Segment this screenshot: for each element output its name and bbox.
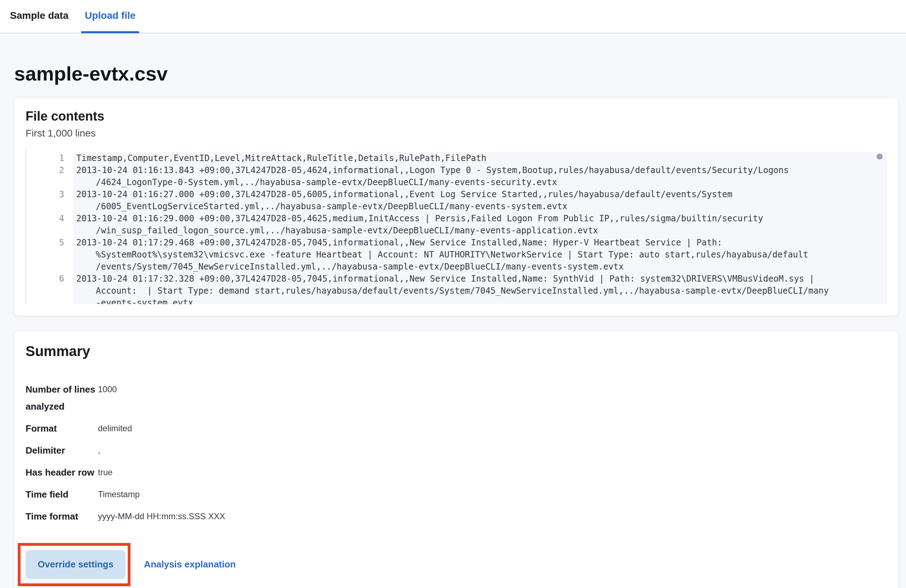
line-number: 5 bbox=[26, 237, 73, 249]
line-number bbox=[26, 297, 73, 304]
code-text: %SystemRoot%\system32\vmicsvc.exe -featu… bbox=[73, 249, 887, 261]
top-tab-bar: Sample data Upload file bbox=[0, 0, 906, 33]
code-text: Timestamp,Computer,EventID,Level,MitreAt… bbox=[73, 152, 887, 164]
scrollbar-thumb-icon[interactable] bbox=[877, 153, 882, 159]
summary-panel: Summary Number of lines analyzed1000Form… bbox=[14, 331, 898, 588]
summary-row: Has header rowtrue bbox=[26, 464, 887, 481]
summary-row-value: yyyy-MM-dd HH:mm:ss.SSS XXX bbox=[96, 508, 225, 525]
summary-row: Time formatyyyy-MM-dd HH:mm:ss.SSS XXX bbox=[26, 508, 887, 525]
code-line: 62013-10-24 01:17:32.328 +09:00,37L4247D… bbox=[26, 273, 887, 285]
code-text: /6005_EventLogServiceStarted.yml,../haya… bbox=[73, 200, 887, 212]
code-text: /4624_LogonType-0-System.yml,../hayabusa… bbox=[73, 176, 887, 188]
code-text: 2013-10-24 01:17:32.328 +09:00,37L4247D2… bbox=[73, 273, 887, 285]
code-line: 1Timestamp,Computer,EventID,Level,MitreA… bbox=[26, 152, 887, 164]
summary-actions: Override settings Analysis explanation bbox=[26, 543, 887, 586]
code-line: /win_susp_failed_logon_source.yml,../hay… bbox=[26, 225, 887, 237]
line-number bbox=[26, 225, 73, 237]
file-contents-subtitle: First 1,000 lines bbox=[26, 126, 887, 140]
summary-row: Time fieldTimestamp bbox=[26, 486, 887, 503]
summary-row: Formatdelimited bbox=[26, 420, 887, 437]
line-number bbox=[26, 200, 73, 212]
summary-row: Delimiter, bbox=[26, 442, 887, 459]
summary-row-value: true bbox=[96, 464, 112, 481]
file-contents-heading: File contents bbox=[26, 108, 887, 124]
summary-row-value: delimited bbox=[96, 420, 132, 437]
code-text: -events-system.evtx bbox=[73, 297, 887, 304]
line-number: 1 bbox=[26, 152, 73, 164]
code-line: 52013-10-24 01:17:29.468 +09:00,37L4247D… bbox=[26, 237, 887, 249]
code-text: /win_susp_failed_logon_source.yml,../hay… bbox=[73, 225, 887, 237]
tab-sample-data[interactable]: Sample data bbox=[6, 0, 72, 33]
summary-row-label: Delimiter bbox=[26, 442, 96, 459]
code-text: 2013-10-24 01:16:29.000 +09:00,37L4247D2… bbox=[73, 212, 887, 225]
code-line: 42013-10-24 01:16:29.000 +09:00,37L4247D… bbox=[26, 212, 887, 225]
line-number: 3 bbox=[26, 188, 73, 200]
summary-heading: Summary bbox=[26, 343, 887, 360]
code-text: 2013-10-24 01:16:27.000 +09:00,37L4247D2… bbox=[73, 188, 887, 200]
override-settings-wrapper: Override settings bbox=[26, 550, 126, 579]
code-line: Account: | Start Type: demand start,rule… bbox=[26, 285, 887, 297]
file-contents-panel: File contents First 1,000 lines 1Timesta… bbox=[14, 98, 898, 315]
summary-row-label: Time format bbox=[26, 508, 96, 525]
code-line: %SystemRoot%\system32\vmicsvc.exe -featu… bbox=[26, 249, 887, 261]
page-content: sample-evtx.csv File contents First 1,00… bbox=[0, 33, 906, 588]
summary-row-label: Number of lines analyzed bbox=[26, 381, 96, 415]
line-number bbox=[26, 285, 73, 297]
line-number: 2 bbox=[26, 164, 73, 176]
line-number bbox=[26, 249, 73, 261]
summary-row-label: Format bbox=[26, 420, 96, 437]
line-number: 6 bbox=[26, 273, 73, 285]
summary-row-label: Time field bbox=[26, 486, 96, 503]
tab-upload-file[interactable]: Upload file bbox=[81, 0, 139, 33]
code-line: /4624_LogonType-0-System.yml,../hayabusa… bbox=[26, 176, 887, 188]
summary-row-label: Has header row bbox=[26, 464, 96, 481]
code-line: -events-system.evtx bbox=[26, 297, 887, 304]
analysis-explanation-link[interactable]: Analysis explanation bbox=[144, 559, 236, 570]
code-line: /6005_EventLogServiceStarted.yml,../haya… bbox=[26, 200, 887, 212]
page-title: sample-evtx.csv bbox=[14, 62, 898, 85]
code-text: 2013-10-24 01:17:29.468 +09:00,37L4247D2… bbox=[73, 237, 887, 249]
code-text: Account: | Start Type: demand start,rule… bbox=[73, 285, 887, 297]
line-number bbox=[26, 261, 73, 273]
line-number: 4 bbox=[26, 212, 73, 225]
code-line: /events/System/7045_NewServiceInstalled.… bbox=[26, 261, 887, 273]
code-line: 22013-10-24 01:16:13.843 +09:00,37L4247D… bbox=[26, 164, 887, 176]
code-text: 2013-10-24 01:16:13.843 +09:00,37L4247D2… bbox=[73, 164, 887, 176]
summary-description-list: Number of lines analyzed1000Formatdelimi… bbox=[26, 381, 887, 525]
file-preview-codeblock[interactable]: 1Timestamp,Computer,EventID,Level,MitreA… bbox=[26, 148, 887, 304]
code-line: 32013-10-24 01:16:27.000 +09:00,37L4247D… bbox=[26, 188, 887, 200]
override-settings-button[interactable]: Override settings bbox=[26, 550, 126, 579]
summary-row-value: 1000 bbox=[96, 381, 117, 398]
code-text: /events/System/7045_NewServiceInstalled.… bbox=[73, 261, 887, 273]
line-number bbox=[26, 176, 73, 188]
summary-row-value: Timestamp bbox=[96, 486, 140, 503]
summary-row-value: , bbox=[96, 442, 100, 459]
summary-row: Number of lines analyzed1000 bbox=[26, 381, 887, 415]
